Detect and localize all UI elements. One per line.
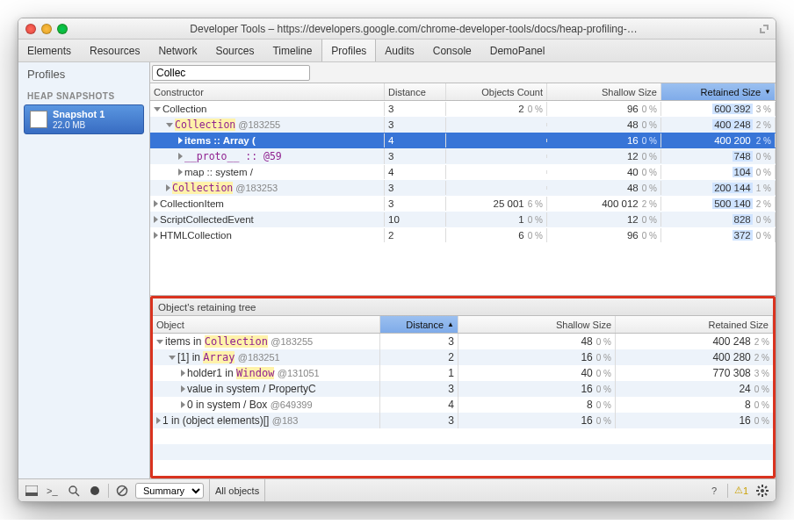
svg-line-15 xyxy=(758,493,760,495)
svg-text:>_: >_ xyxy=(47,485,58,496)
warnings-badge[interactable]: ⚠1 xyxy=(733,483,749,499)
profiles-sidebar: Profiles HEAP SNAPSHOTS Snapshot 1 22.0 … xyxy=(18,62,150,478)
statusbar: >_ Summary All objects ? ⚠1 xyxy=(18,478,776,501)
retaining-rows: items in Collection @1832553480 %400 248… xyxy=(153,334,773,428)
devtools-window: Developer Tools – https://developers.goo… xyxy=(18,18,776,502)
sidebar-section: HEAP SNAPSHOTS xyxy=(18,86,149,103)
tab-timeline[interactable]: Timeline xyxy=(263,40,321,61)
chevron-right-icon[interactable] xyxy=(181,401,185,408)
expand-icon[interactable] xyxy=(760,25,769,33)
search-icon[interactable] xyxy=(66,483,82,499)
table-row[interactable]: 0 in system / Box @649399480 %80 % xyxy=(153,397,773,413)
minimize-icon[interactable] xyxy=(41,24,52,34)
table-row[interactable]: Collection @1832553480 %400 2482 % xyxy=(150,117,776,133)
retaining-title: Object's retaining tree xyxy=(153,298,773,316)
main-area: Constructor Distance Objects Count Shall… xyxy=(150,62,776,478)
panel-tabstrip: ElementsResourcesNetworkSourcesTimelineP… xyxy=(18,40,776,62)
chevron-right-icon[interactable] xyxy=(181,385,185,392)
col-objects-count[interactable]: Objects Count xyxy=(446,83,547,100)
table-row[interactable]: ScriptCollectedEvent1010 %120 %8280 % xyxy=(150,212,776,227)
zoom-icon[interactable] xyxy=(57,24,68,34)
chevron-right-icon[interactable] xyxy=(181,370,185,377)
grid-header: Constructor Distance Objects Count Shall… xyxy=(150,83,776,101)
svg-point-5 xyxy=(90,486,99,495)
table-row[interactable]: value in system / PropertyC3160 %240 % xyxy=(153,381,773,397)
snapshot-item[interactable]: Snapshot 1 22.0 MB xyxy=(24,104,144,134)
titlebar: Developer Tools – https://developers.goo… xyxy=(18,18,776,40)
chevron-right-icon[interactable] xyxy=(156,417,161,424)
table-row[interactable]: holder1 in Window @1310511400 %770 3083 … xyxy=(153,365,773,381)
table-row[interactable]: items :: Array (4160 %400 2002 % xyxy=(150,133,776,148)
tab-network[interactable]: Network xyxy=(149,40,206,61)
snapshot-size: 22.0 MB xyxy=(53,120,85,130)
col-retained-size[interactable]: Retained Size xyxy=(661,83,776,100)
help-icon[interactable]: ? xyxy=(706,483,722,499)
tab-profiles[interactable]: Profiles xyxy=(321,40,376,61)
tab-demopanel[interactable]: DemoPanel xyxy=(481,40,555,61)
chevron-right-icon[interactable] xyxy=(166,184,170,191)
svg-line-16 xyxy=(765,486,767,488)
chevron-down-icon[interactable] xyxy=(169,356,176,360)
col-shallow-size[interactable]: Shallow Size xyxy=(458,316,616,333)
clear-icon[interactable] xyxy=(114,483,130,499)
tab-sources[interactable]: Sources xyxy=(206,40,263,61)
dock-icon[interactable] xyxy=(24,483,40,499)
record-icon[interactable] xyxy=(87,483,103,499)
table-row[interactable]: HTMLCollection260 %960 %3720 % xyxy=(150,227,776,243)
sidebar-header: Profiles xyxy=(18,62,149,86)
svg-point-8 xyxy=(761,489,764,492)
col-constructor[interactable]: Constructor xyxy=(150,83,385,100)
chevron-right-icon[interactable] xyxy=(154,232,158,239)
table-row[interactable]: map :: system /4400 %1040 % xyxy=(150,164,776,180)
close-icon[interactable] xyxy=(25,24,36,34)
chevron-right-icon[interactable] xyxy=(154,200,158,207)
table-row[interactable]: CollectionItem325 0016 %400 0122 %500 14… xyxy=(150,196,776,212)
settings-icon[interactable] xyxy=(754,483,770,499)
table-row[interactable]: Collection320 %960 %600 3923 % xyxy=(150,101,776,117)
col-object[interactable]: Object xyxy=(153,316,380,333)
table-row[interactable]: 1 in (object elements)[] @1833160 %160 % xyxy=(153,413,773,428)
svg-line-13 xyxy=(758,486,760,488)
col-distance[interactable]: Distance xyxy=(385,83,446,100)
retaining-header: Object Distance Shallow Size Retained Si… xyxy=(153,316,773,334)
chevron-right-icon[interactable] xyxy=(178,137,183,144)
tab-audits[interactable]: Audits xyxy=(376,40,423,61)
table-row[interactable]: [1] in Array @1832512160 %400 2802 % xyxy=(153,349,773,365)
svg-line-14 xyxy=(765,493,767,495)
filter-label[interactable]: All objects xyxy=(209,479,265,501)
tab-elements[interactable]: Elements xyxy=(18,40,81,61)
constructors-grid: Constructor Distance Objects Count Shall… xyxy=(150,83,776,296)
chevron-right-icon[interactable] xyxy=(154,216,158,223)
grid-rows: Collection320 %960 %600 3923 %Collection… xyxy=(150,101,776,243)
table-row[interactable]: __proto__ :: @593120 %7480 % xyxy=(150,148,776,164)
table-row[interactable]: items in Collection @1832553480 %400 248… xyxy=(153,334,773,349)
col-shallow-size[interactable]: Shallow Size xyxy=(547,83,661,100)
retaining-tree-panel: Object's retaining tree Object Distance … xyxy=(150,296,776,478)
tab-console[interactable]: Console xyxy=(424,40,481,61)
svg-line-7 xyxy=(119,487,126,494)
chevron-right-icon[interactable] xyxy=(178,169,183,176)
window-title: Developer Tools – https://developers.goo… xyxy=(73,23,754,35)
chevron-right-icon[interactable] xyxy=(178,153,183,160)
constructor-filter-input[interactable] xyxy=(152,65,310,81)
snapshot-name: Snapshot 1 xyxy=(53,109,105,119)
col-distance[interactable]: Distance xyxy=(380,316,459,333)
console-icon[interactable]: >_ xyxy=(45,483,61,499)
snapshot-thumb-icon xyxy=(30,111,47,128)
col-retained-size[interactable]: Retained Size xyxy=(616,316,773,333)
chevron-down-icon[interactable] xyxy=(156,340,163,344)
filter-bar xyxy=(150,62,776,83)
svg-point-3 xyxy=(69,486,76,493)
chevron-down-icon[interactable] xyxy=(154,107,161,111)
view-select[interactable]: Summary xyxy=(135,483,204,499)
table-row[interactable]: Collection @1832533480 %200 1441 % xyxy=(150,180,776,196)
svg-line-4 xyxy=(76,492,79,496)
tab-resources[interactable]: Resources xyxy=(81,40,149,61)
chevron-down-icon[interactable] xyxy=(166,123,173,127)
svg-rect-1 xyxy=(25,492,38,496)
